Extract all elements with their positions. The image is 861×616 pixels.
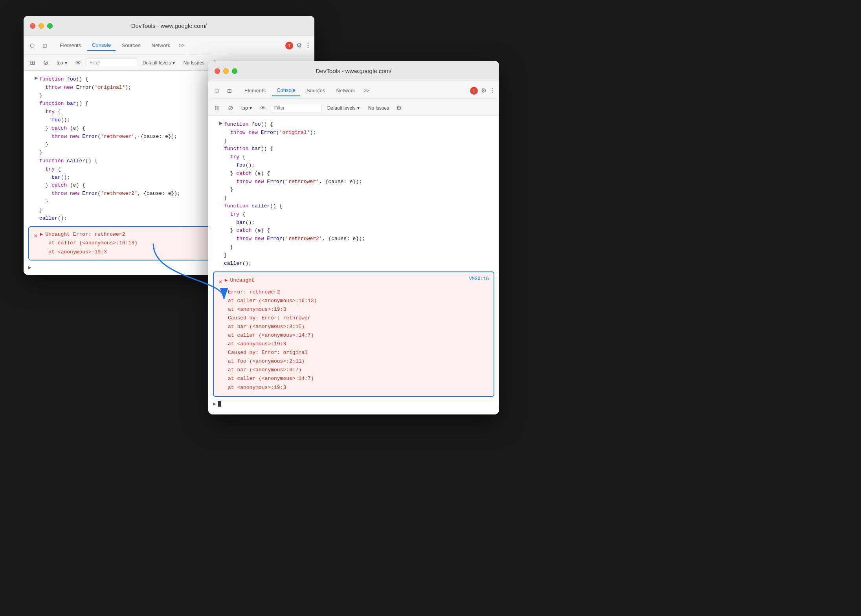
traffic-lights-back (30, 23, 53, 29)
code-line-5-front: try { (224, 153, 365, 161)
tab-icons-front: ⬡ ⊡ (211, 85, 235, 96)
code-line-18-front: } (224, 251, 365, 260)
filter-input-back[interactable] (86, 59, 137, 67)
inspect-icon[interactable]: ⬡ (27, 40, 38, 51)
code-line-18-back: } (39, 206, 180, 214)
error-header-front: ✕ ▶ Uncaught (218, 276, 255, 288)
tab-elements-front[interactable]: Elements (240, 85, 270, 96)
expand-arrow-back[interactable]: ▶ (35, 75, 38, 81)
toolbar-front: ⊞ ⊘ top ▾ 👁 Default levels ▾ No Issues ⚙ (208, 100, 499, 116)
error-detail-10: at bar (<anonymous>:6:7) (228, 366, 489, 374)
error-detail-5: at bar (<anonymous>:8:15) (228, 323, 489, 331)
eye-icon-back[interactable]: 👁 (73, 57, 84, 68)
code-line-4-back: function bar() { (39, 100, 180, 108)
settings-icon-back[interactable]: ⚙ (296, 42, 302, 49)
code-line-13-front: try { (224, 211, 365, 219)
code-line-19-front: caller(); (224, 260, 365, 268)
error-detail-3: at <anonymous>:19:3 (228, 305, 489, 314)
top-selector-back[interactable]: top ▾ (53, 59, 70, 67)
tab-icons-back: ⬡ ⊡ (27, 40, 50, 51)
error-detail-9: at foo (<anonymous>:2:11) (228, 357, 489, 366)
error-detail-7: at <anonymous>:19:3 (228, 340, 489, 348)
expand-arrow-front[interactable]: ▶ (219, 121, 222, 126)
cursor-front (218, 401, 221, 407)
error-msg-front: ✕ ▶ Uncaught VM30:16 Error: rethrower2 a… (213, 271, 494, 396)
code-line-2-front: throw new Error('original'); (224, 129, 365, 137)
tab-console-front[interactable]: Console (272, 85, 300, 96)
tab-sources-front[interactable]: Sources (302, 85, 330, 96)
code-line-12-front: function caller() { (224, 202, 365, 211)
top-label-back: top (57, 60, 63, 66)
eye-icon-front[interactable]: 👁 (257, 103, 268, 114)
menu-icon-back[interactable]: ⋮ (305, 42, 311, 49)
tab-console-back[interactable]: Console (87, 40, 116, 51)
settings-icon-toolbar-front[interactable]: ⚙ (396, 104, 402, 112)
code-line-8-front: throw new Error('rethrower', {cause: e})… (224, 178, 365, 186)
tab-bar-right-front: 1 ⚙ ⋮ (470, 87, 496, 95)
vm-link-front[interactable]: VM30:16 (469, 276, 489, 282)
error-detail-11: at caller (<anonymous>:14:7) (228, 374, 489, 383)
tab-elements-back[interactable]: Elements (55, 40, 86, 51)
window-title-front: DevTools - www.google.com/ (316, 68, 392, 74)
traffic-lights-front (215, 68, 237, 74)
console-prompt-front[interactable]: ▶ (208, 399, 499, 409)
code-line-9-back: } (39, 141, 180, 149)
close-button-front[interactable] (215, 68, 220, 74)
title-bar-front: DevTools - www.google.com/ (208, 61, 499, 81)
code-line-4-front: function bar() { (224, 145, 365, 153)
default-levels-back[interactable]: Default levels ▾ (140, 59, 178, 67)
no-issues-front[interactable]: No Issues (365, 104, 392, 112)
cursor-icon[interactable]: ⊡ (39, 40, 50, 51)
code-line-19-back: caller(); (39, 214, 180, 223)
clear-icon-front[interactable]: ⊘ (225, 103, 236, 114)
error-detail-4: Caused by: Error: rethrower (228, 314, 489, 323)
code-line-12-back: function caller() { (39, 157, 180, 165)
error-detail-2: at caller (<anonymous>:16:13) (228, 297, 489, 305)
top-selector-front[interactable]: top ▾ (238, 104, 255, 112)
error-detail-6: at caller (<anonymous>:14:7) (228, 331, 489, 340)
close-button-back[interactable] (30, 23, 35, 29)
expand-triangle-front[interactable]: ▶ (225, 276, 228, 285)
filter-input-front[interactable] (271, 104, 322, 112)
code-line-14-front: bar(); (224, 219, 365, 227)
code-line-17-back: } (39, 198, 180, 206)
minimize-button-front[interactable] (223, 68, 229, 74)
code-line-11-back: } (39, 149, 180, 157)
expand-triangle-back[interactable]: ▶ (40, 230, 43, 239)
error-detail-12: at <anonymous>:19:3 (228, 383, 489, 392)
more-tabs-back[interactable]: >> (176, 42, 187, 50)
maximize-button-front[interactable] (232, 68, 237, 74)
window-title-back: DevTools - www.google.com/ (131, 22, 207, 29)
code-line-17-front: } (224, 243, 365, 251)
code-line-2-back: throw new Error('original'); (39, 84, 180, 92)
code-line-15-back: } catch (e) { (39, 182, 180, 190)
top-chevron-back: ▾ (65, 60, 67, 66)
top-chevron-front: ▾ (250, 105, 252, 111)
default-levels-front[interactable]: Default levels ▾ (324, 104, 363, 112)
tab-bar-back: ⬡ ⊡ Elements Console Sources Network >> … (24, 36, 314, 55)
maximize-button-back[interactable] (47, 23, 53, 29)
top-label-front: top (241, 105, 248, 111)
inspect-icon-front[interactable]: ⬡ (211, 85, 222, 96)
code-line-13-back: try { (39, 165, 180, 174)
minimize-button-back[interactable] (39, 23, 44, 29)
devtools-window-front: DevTools - www.google.com/ ⬡ ⊡ Elements … (208, 61, 499, 414)
clear-icon-back[interactable]: ⊘ (40, 57, 51, 68)
more-tabs-front[interactable]: >> (361, 87, 371, 95)
settings-icon-front[interactable]: ⚙ (481, 87, 486, 94)
no-issues-back[interactable]: No Issues (180, 59, 207, 67)
sidebar-icon-front[interactable]: ⊞ (211, 103, 222, 114)
cursor-icon-front[interactable]: ⊡ (224, 85, 235, 96)
code-line-5-back: try { (39, 108, 180, 116)
tab-sources-back[interactable]: Sources (117, 40, 145, 51)
code-line-3-back: } (39, 92, 180, 100)
code-line-9-front: } (224, 186, 365, 194)
title-bar-back: DevTools - www.google.com/ (24, 16, 314, 36)
code-line-7-front: } catch (e) { (224, 170, 365, 178)
code-line-8-back: throw new Error('rethrower', {cause: e})… (39, 133, 180, 141)
menu-icon-front[interactable]: ⋮ (490, 87, 496, 94)
sidebar-icon-back[interactable]: ⊞ (27, 57, 38, 68)
tab-network-front[interactable]: Network (332, 85, 360, 96)
tab-network-back[interactable]: Network (147, 40, 175, 51)
code-section-front: ▶ function foo() { throw new Error('orig… (208, 119, 499, 269)
